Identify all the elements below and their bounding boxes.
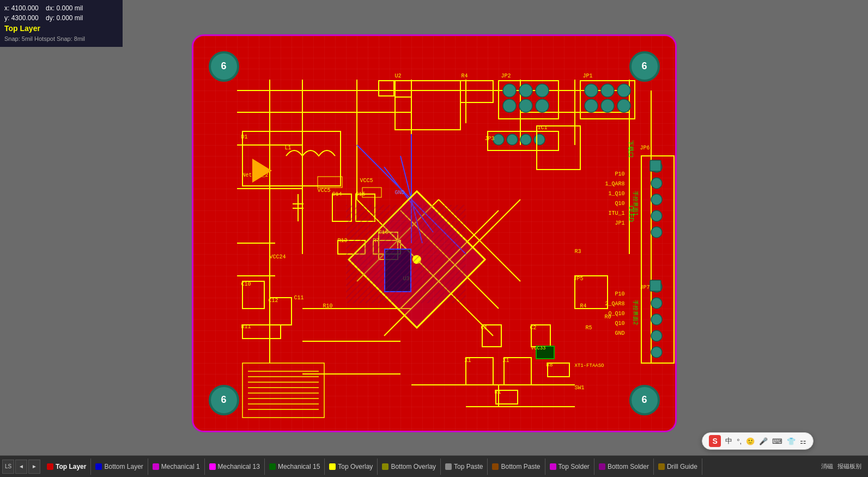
green-ic	[536, 346, 555, 359]
label-x1a: X1	[465, 358, 471, 364]
corner-hole-br: 6	[629, 385, 660, 415]
svg-point-43	[585, 99, 598, 112]
label-jp3: JP3	[485, 136, 495, 142]
svg-point-56	[651, 298, 662, 309]
ime-punct[interactable]: °,	[737, 437, 742, 445]
label-r8: R8	[547, 362, 553, 368]
layer-label-toppaste: Top Paste	[454, 463, 483, 470]
svg-point-59	[651, 347, 662, 358]
layer-tab-topsolder[interactable]: Top Solder	[545, 458, 594, 475]
svg-point-34	[503, 84, 516, 97]
ime-keyboard[interactable]: ⌨	[772, 437, 782, 445]
label-io0b: P10	[615, 291, 624, 297]
svg-point-44	[601, 99, 614, 112]
layer-label-mech13: Mechanical 13	[218, 463, 260, 470]
svg-point-53	[651, 210, 662, 221]
layer-tab-mech1[interactable]: Mechanical 1	[148, 458, 205, 475]
svg-rect-81	[466, 358, 493, 385]
layer-label-drillguide: Drill Guide	[667, 463, 697, 470]
y-coordinates: y: 4300.000 dy: 0.000 mil	[4, 13, 118, 23]
label-cn-download: 下载口	[627, 140, 635, 158]
layer-dot-botsolder	[599, 463, 605, 470]
label-cn-handctrl: 手控界面1	[632, 191, 639, 216]
label-jp5: JP5	[574, 276, 584, 282]
layer-dot-bottom	[95, 463, 102, 470]
label-vcc5b: VCC5	[318, 188, 331, 194]
ime-skin[interactable]: 👕	[787, 437, 796, 445]
label-r6: R6	[605, 314, 611, 320]
nav-left-btn[interactable]: ◄	[15, 460, 27, 474]
layer-tab-mech13[interactable]: Mechanical 13	[205, 458, 265, 475]
svg-rect-75	[379, 81, 394, 96]
ime-emoji[interactable]: 🙂	[746, 437, 755, 445]
coordinates: x: 4100.000 dx: 0.000 mil	[4, 3, 118, 13]
layer-label-botsolder: Bottom Solder	[608, 463, 649, 470]
svg-rect-78	[242, 325, 281, 339]
layer-dot-top	[47, 463, 53, 470]
ic-hatch	[346, 205, 466, 303]
layer-label-botpaste: Bottom Paste	[501, 463, 540, 470]
diode-symbol	[252, 159, 272, 183]
nav-right-btn[interactable]: ►	[28, 460, 40, 474]
label-r11: R11	[241, 324, 251, 330]
svg-rect-63	[499, 81, 559, 119]
svg-rect-65	[460, 81, 493, 102]
ime-logo: S	[709, 435, 721, 447]
dy-value: 0.000 mil	[56, 14, 83, 22]
ime-settings[interactable]: ⚏	[800, 437, 806, 445]
label-io1b: Q_Q10	[608, 311, 624, 317]
layer-label-top: Top Layer	[56, 463, 86, 470]
layer-tab-bottom[interactable]: Bottom Layer	[91, 458, 148, 475]
pcb-board[interactable]: 6 6 6 6 U2 R4 JP2 JP1 JP3 IC1 D1 L1 NetC…	[192, 34, 677, 432]
svg-rect-87	[242, 363, 324, 418]
svg-point-42	[617, 84, 630, 97]
label-jp6: JP6	[640, 145, 650, 151]
svg-point-49	[534, 134, 545, 145]
svg-rect-96	[362, 188, 381, 197]
label-vcc5a: VCC5	[360, 178, 373, 184]
svg-rect-79	[482, 325, 501, 347]
layer-label-mech15: Mechanical 15	[278, 463, 320, 470]
layer-label-bottom: Bottom Layer	[104, 463, 143, 470]
svg-point-58	[651, 330, 662, 341]
label-c10: C10	[241, 281, 251, 287]
label-io2b: Q10	[615, 321, 624, 327]
layer-tab-botpaste[interactable]: Bottom Paste	[488, 458, 545, 475]
label-jp1r: JP1	[615, 220, 624, 226]
ime-chinese[interactable]: 中	[725, 436, 732, 446]
ime-voice[interactable]: 🎤	[759, 437, 768, 445]
svg-point-52	[651, 194, 662, 205]
layer-tab-topoverlay[interactable]: Top Overlay	[325, 458, 378, 475]
svg-rect-82	[504, 358, 531, 385]
layer-dot-mech13	[209, 463, 216, 470]
layer-tab-botsolder[interactable]: Bottom Solder	[594, 458, 654, 475]
nav-controls: LS ◄ ►	[2, 460, 40, 474]
label-jp2: JP2	[501, 73, 511, 79]
svg-rect-97	[318, 177, 342, 188]
label-c1: C1	[481, 325, 488, 331]
label-u2: U2	[395, 73, 402, 79]
label-io1a: 1_Q10	[608, 191, 624, 197]
label-c2: C2	[530, 325, 537, 331]
label-l1: L1	[285, 145, 292, 151]
corner-hole-bl: 6	[209, 385, 239, 415]
label-io2a: Q10	[615, 201, 624, 207]
layer-tab-botoverlay[interactable]: Bottom Overlay	[378, 458, 441, 475]
svg-point-40	[585, 84, 598, 97]
layer-tab-drillguide[interactable]: Drill Guide	[654, 458, 702, 475]
label-c11: C11	[294, 295, 304, 301]
svg-point-45	[617, 99, 630, 112]
layer-dot-toppaste	[445, 463, 452, 470]
label-c12: C12	[269, 298, 278, 304]
svg-rect-62	[395, 81, 460, 130]
label-r3: R3	[575, 249, 581, 255]
label-gnd: GND	[395, 190, 405, 196]
label-gnd-r: GND	[615, 330, 624, 336]
ime-toolbar[interactable]: S 中 °, 🙂 🎤 ⌨ 👕 ⚏	[702, 432, 814, 450]
layer-tab-toppaste[interactable]: Top Paste	[441, 458, 488, 475]
pcb-canvas[interactable]: 6 6 6 6 U2 R4 JP2 JP1 JP3 IC1 D1 L1 NetC…	[0, 0, 868, 455]
layer-tab-mech15[interactable]: Mechanical 15	[265, 458, 325, 475]
svg-rect-66	[488, 131, 559, 150]
svg-point-51	[651, 178, 662, 189]
layer-tab-top[interactable]: Top Layer	[43, 458, 91, 475]
